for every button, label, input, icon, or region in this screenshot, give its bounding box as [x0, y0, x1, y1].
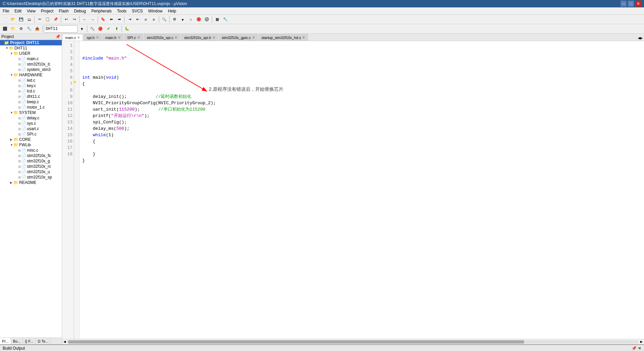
h-scroll-track[interactable]	[68, 340, 638, 344]
tree-item-14[interactable]: ▶⊞📄delay.c	[0, 115, 62, 121]
flash-btn[interactable]: ⬇	[113, 25, 120, 33]
tab-close-icon[interactable]: ✕	[77, 36, 80, 39]
tab-close-icon[interactable]: ✕	[175, 36, 177, 39]
comment-btn[interactable]: ≡	[150, 16, 157, 23]
t2-btn4[interactable]: 🔧	[26, 25, 33, 33]
close-button[interactable]: ✕	[635, 1, 641, 7]
tree-item-15[interactable]: ▶⊞📄sys.c	[0, 121, 62, 126]
editor-tab-stm32f10x-gpio-c[interactable]: stm32f10x_gpio.c ✕	[219, 34, 258, 41]
stop-btn[interactable]: ✔	[105, 25, 112, 33]
copy-btn[interactable]: 📋	[44, 16, 51, 23]
editor-tab-stm32f10x-spi-h[interactable]: stm32f10x_spi.h ✕	[181, 34, 218, 41]
menu-tools[interactable]: Tools	[114, 7, 129, 14]
save-all-btn[interactable]: 🗂	[26, 16, 33, 23]
code-editor[interactable]: 123456789101112131415161718 ▶ #include "…	[62, 41, 644, 339]
unindent-btn[interactable]: ⇤	[134, 16, 141, 23]
menu-window[interactable]: Window	[145, 7, 165, 14]
tree-item-9[interactable]: ▶⊞📄lcd.c	[0, 88, 62, 94]
project-tab-bo[interactable]: Bo...	[11, 338, 23, 344]
tree-item-11[interactable]: ▶⊞📄beep.c	[0, 99, 62, 105]
menu-file[interactable]: File	[0, 7, 12, 14]
editor-tab-spi-h[interactable]: spi.h ✕	[84, 34, 101, 41]
code-content[interactable]: #include "main.h"int main(void){ delay_i…	[80, 41, 644, 339]
tab-close-icon[interactable]: ✕	[96, 36, 99, 39]
tree-item-8[interactable]: ▶⊞📄key.c	[0, 83, 62, 88]
misc3-btn[interactable]: ○	[187, 16, 194, 23]
tree-item-3[interactable]: ▶⊞📄main.c	[0, 56, 62, 62]
tree-item-25[interactable]: ▶⊞📄stm32f10x_sp	[0, 174, 62, 180]
h-scrollbar[interactable]: ◀ ▶	[62, 339, 644, 344]
tree-item-19[interactable]: ▼📁FWLib	[0, 142, 62, 148]
bookmark-btn[interactable]: 🔖	[99, 16, 107, 23]
menu-edit[interactable]: Edit	[12, 7, 24, 14]
editor-tab-startup-stm32f10x-hd-s[interactable]: startup_stm32f10x_hd.s ✕	[259, 34, 308, 41]
tab-close-icon[interactable]: ✕	[302, 36, 305, 39]
tab-close-icon[interactable]: ✕	[252, 36, 255, 39]
scroll-left-btn[interactable]: ◀	[62, 339, 67, 344]
misc5-btn[interactable]: 🔘	[203, 16, 211, 23]
find-btn[interactable]: 🔍	[160, 16, 168, 23]
indent2-btn[interactable]: ≡	[142, 16, 149, 23]
redo-btn[interactable]: ↪	[71, 16, 78, 23]
project-tab-templates[interactable]: Ω Te...	[36, 338, 51, 344]
tree-item-24[interactable]: ▶⊞📄stm32f10x_u	[0, 169, 62, 174]
misc1-btn[interactable]: ⚙	[171, 16, 178, 23]
debug-btn[interactable]: 🐛	[123, 25, 131, 33]
tab-close-icon[interactable]: ✕	[213, 36, 215, 39]
project-header-pin[interactable]: 📌	[55, 34, 60, 39]
editor-tab-stm32f10x-spi-c[interactable]: stm32f10x_spi.c ✕	[144, 34, 180, 41]
nav-fwd-btn[interactable]: →	[89, 16, 96, 23]
tree-item-4[interactable]: ▶⊞📄stm32f10x_it.	[0, 62, 62, 67]
minimize-button[interactable]: ─	[620, 1, 627, 7]
bookmark-prev-btn[interactable]: ⬅	[107, 16, 115, 23]
scroll-right-btn[interactable]: ▶	[639, 339, 644, 344]
project-tab-project[interactable]: Pr...	[0, 338, 11, 344]
tree-item-13[interactable]: ▼📁SYSTEM	[0, 110, 62, 115]
editor-tab-arrows[interactable]: ◀▶	[637, 36, 644, 41]
paste-btn[interactable]: 📌	[52, 16, 59, 23]
tree-item-6[interactable]: ▼📁HARDWARE	[0, 72, 62, 78]
tree-item-21[interactable]: ▶⊞📄stm32f10x_fs	[0, 153, 62, 158]
tree-item-2[interactable]: ▼📁USER	[0, 51, 62, 56]
tree-item-7[interactable]: ▶⊞📄led.c	[0, 78, 62, 83]
maximize-button[interactable]: □	[628, 1, 634, 7]
editor-tab-main-c[interactable]: main.c ✕	[62, 34, 83, 41]
tab-close-icon[interactable]: ✕	[118, 36, 121, 39]
save-btn[interactable]: 💾	[17, 16, 25, 23]
cut-btn[interactable]: ✂	[36, 16, 43, 23]
tree-item-0[interactable]: ▼📁 Project: DHT11	[0, 40, 62, 45]
nav-back-btn[interactable]: ←	[81, 16, 88, 23]
menu-debug[interactable]: Debug	[72, 7, 89, 14]
h-scroll-thumb[interactable]	[68, 340, 524, 344]
editor-tab-SPI-c[interactable]: SPI.c ✕	[124, 34, 143, 41]
menu-view[interactable]: View	[24, 7, 38, 14]
settings-btn[interactable]: 🔧	[222, 16, 229, 23]
open-btn[interactable]: 📂	[9, 16, 17, 23]
editor-tab-main-h[interactable]: main.h ✕	[102, 34, 124, 41]
menu-peripherals[interactable]: Peripherals	[89, 7, 114, 14]
bookmark-next-btn[interactable]: ➡	[116, 16, 123, 23]
project-tab-functions[interactable]: {} F...	[23, 338, 36, 344]
tree-item-10[interactable]: ▶⊞📄dht11.c	[0, 94, 62, 99]
tree-item-17[interactable]: ▶⊞📄SPI.c	[0, 131, 62, 137]
menu-flash[interactable]: Flash	[56, 7, 71, 14]
tree-item-20[interactable]: ▶⊞📄misc.c	[0, 148, 62, 153]
tree-item-12[interactable]: ▶⊞📄motor_1.c	[0, 105, 62, 110]
tree-item-16[interactable]: ▶⊞📄usart.c	[0, 126, 62, 131]
misc4-btn[interactable]: 🔴	[195, 16, 202, 23]
menu-svcs[interactable]: SVCS	[129, 7, 146, 14]
tab-close-icon[interactable]: ✕	[137, 36, 140, 39]
new-file-btn[interactable]: 📄	[1, 16, 9, 23]
tree-item-22[interactable]: ▶⊞📄stm32f10x_g	[0, 158, 62, 164]
tree-item-26[interactable]: ▶📁README	[0, 180, 62, 185]
target-dropdown-btn[interactable]: ▼	[78, 25, 86, 33]
menu-help[interactable]: Help	[165, 7, 179, 14]
tree-item-5[interactable]: ▶⊞📄system_stm3	[0, 67, 62, 72]
t2-btn3[interactable]: ⚙	[17, 25, 25, 33]
tree-item-1[interactable]: ▼📁DHT11	[0, 45, 62, 51]
tree-item-18[interactable]: ▶📁CORE	[0, 137, 62, 142]
t2-btn5[interactable]: 📥	[34, 25, 41, 33]
undo-btn[interactable]: ↩	[62, 16, 70, 23]
indent-btn[interactable]: ⇥	[126, 16, 133, 23]
menu-project[interactable]: Project	[38, 7, 56, 14]
